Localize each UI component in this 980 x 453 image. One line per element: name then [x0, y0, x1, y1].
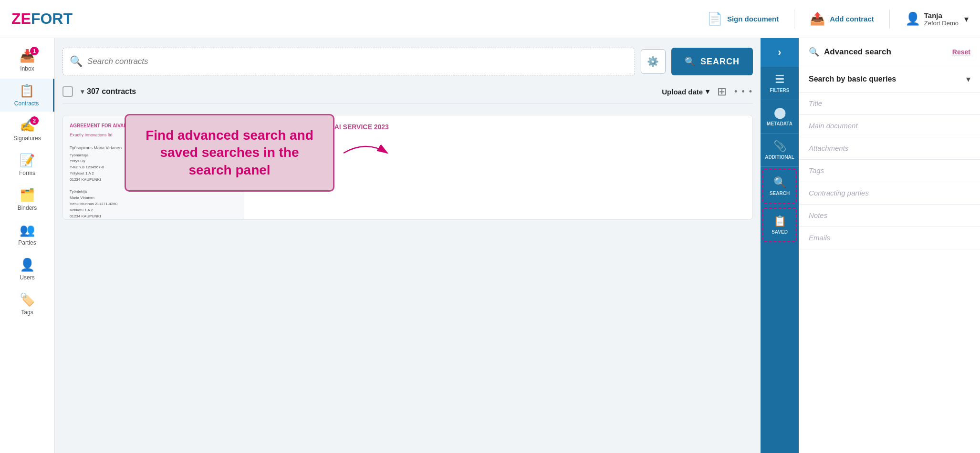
forms-icon: 📝 [20, 153, 35, 168]
sidebar-item-parties[interactable]: 👥 Parties [0, 218, 54, 251]
user-chevron-icon: ▾ [964, 14, 969, 24]
search-btn-label: SEARCH [700, 57, 740, 67]
sort-button[interactable]: Upload date ▾ [662, 87, 709, 96]
panel-expand-button[interactable]: › [761, 38, 799, 67]
inbox-badge: 1 [30, 47, 39, 55]
adv-search-title-label: Advanced search [824, 47, 891, 57]
search-button[interactable]: 🔍 SEARCH [671, 48, 753, 75]
sort-chevron-icon: ▾ [706, 87, 709, 96]
content-area: 🔍 ⚙️ 🔍 SEARCH ▾ 307 contracts Upload dat… [55, 38, 761, 453]
preview-line-11: 01234 KAUPUNKI [70, 214, 237, 219]
query-tags-label: Tags [809, 166, 824, 175]
panel-tab-additional[interactable]: 📎 ADDITIONAL [761, 134, 799, 167]
adv-search-title-row: 🔍 Advanced search [809, 47, 891, 57]
add-contract-label: Add contract [830, 15, 874, 23]
query-title-label: Title [809, 99, 822, 107]
select-all-checkbox[interactable] [63, 86, 73, 97]
header-divider-2 [889, 10, 890, 29]
sidebar-item-contracts[interactable]: 📋 Contracts [0, 79, 54, 112]
filter-icon: ⚙️ [647, 56, 659, 67]
query-attachments-label: Attachments [809, 144, 848, 152]
sidebar-item-inbox[interactable]: 📥 1 Inbox [0, 44, 54, 77]
panel-tab-search[interactable]: 🔍 SEARCH [762, 169, 797, 204]
sidebar-item-tags[interactable]: 🏷️ Tags [0, 288, 54, 320]
additional-icon: 📎 [773, 140, 786, 153]
query-field-tags[interactable]: Tags [799, 160, 980, 182]
header-actions: 📄 Sign document 📤 Add contract 👤 Tanja Z… [707, 10, 969, 29]
reset-link[interactable]: Reset [952, 48, 970, 56]
sidebar-item-label-users: Users [20, 274, 34, 281]
user-section[interactable]: 👤 Tanja Zefort Demo ▾ [905, 11, 969, 27]
add-contract-button[interactable]: 📤 Add contract [810, 11, 874, 26]
query-field-main-document[interactable]: Main document [799, 115, 980, 137]
query-field-attachments[interactable]: Attachments [799, 137, 980, 160]
user-avatar-icon: 👤 [905, 11, 920, 26]
filter-button[interactable]: ⚙️ [641, 49, 666, 74]
basic-queries-row[interactable]: Search by basic queries ▾ [799, 66, 980, 93]
additional-tab-label: ADDITIONAL [765, 154, 794, 160]
saved-tab-icon: 📋 [773, 215, 786, 227]
query-main-document-label: Main document [809, 122, 858, 130]
query-field-title[interactable]: Title [799, 93, 980, 115]
sidebar-item-label-binders: Binders [18, 205, 37, 211]
header: ZEFORT 📄 Sign document 📤 Add contract 👤 … [0, 0, 980, 38]
user-info: Tanja Zefort Demo [924, 11, 959, 27]
annotation-text: Find advanced search and saved searches … [139, 127, 320, 179]
adv-search-header: 🔍 Advanced search Reset [799, 38, 980, 66]
contracts-count: ▾ 307 contracts [81, 87, 136, 96]
logo-ze: ZE [11, 10, 31, 27]
add-contract-icon: 📤 [810, 11, 825, 26]
expand-icon: › [778, 46, 781, 59]
metadata-icon: ⬤ [774, 107, 786, 119]
signatures-badge: 2 [30, 116, 39, 125]
main-container: 📥 1 Inbox 📋 Contracts ✍️ 2 Signatures 📝 … [0, 38, 980, 453]
sidebar-item-signatures[interactable]: ✍️ 2 Signatures [0, 113, 54, 146]
adv-search-panel: 🔍 Advanced search Reset Search by basic … [799, 38, 980, 453]
sidebar-item-label-inbox: Inbox [20, 65, 34, 72]
basic-queries-label: Search by basic queries [809, 75, 896, 83]
annotation-arrow-svg [343, 144, 390, 163]
more-options-button[interactable]: • • • [734, 87, 753, 97]
panel-tab-filters[interactable]: ☰ FILTERS [761, 67, 799, 100]
user-org: Zefort Demo [924, 20, 959, 27]
filters-icon: ☰ [775, 73, 784, 86]
header-divider [794, 10, 794, 29]
search-tab-label: SEARCH [770, 191, 790, 196]
sidebar-item-users[interactable]: 👤 Users [0, 253, 54, 286]
tags-icon: 🏷️ [20, 292, 35, 307]
sidebar-item-binders[interactable]: 🗂️ Binders [0, 183, 54, 216]
search-tab-icon: 🔍 [773, 176, 786, 189]
search-icon: 🔍 [70, 55, 83, 68]
panel-tab-saved[interactable]: 📋 SAVED [762, 207, 797, 242]
right-panel: › ☰ FILTERS ⬤ METADATA 📎 ADDITIONAL 🔍 SE… [761, 38, 799, 453]
query-field-contracting-parties[interactable]: Contracting parties [799, 182, 980, 205]
panel-tab-metadata[interactable]: ⬤ METADATA [761, 100, 799, 134]
search-bar-row: 🔍 ⚙️ 🔍 SEARCH [63, 48, 753, 75]
basic-queries-chevron-icon: ▾ [966, 74, 970, 84]
preview-line-8: Maria Virtanen [70, 195, 237, 201]
count-chevron-icon: ▾ [81, 88, 84, 95]
adv-search-icon: 🔍 [809, 47, 819, 57]
search-input[interactable] [87, 57, 628, 66]
parties-icon: 👥 [20, 223, 35, 237]
query-field-notes[interactable]: Notes [799, 205, 980, 227]
list-toolbar: ▾ 307 contracts Upload date ▾ ⊞ • • • [63, 85, 753, 103]
contracts-icon: 📋 [19, 83, 34, 98]
sign-document-button[interactable]: 📄 Sign document [707, 11, 779, 26]
sidebar: 📥 1 Inbox 📋 Contracts ✍️ 2 Signatures 📝 … [0, 38, 55, 453]
metadata-tab-label: METADATA [767, 121, 792, 126]
logo: ZEFORT [11, 10, 73, 28]
signatures-icon: ✍️ 2 [20, 118, 35, 133]
filters-tab-label: FILTERS [770, 88, 790, 93]
grid-view-button[interactable]: ⊞ [717, 85, 727, 98]
user-name: Tanja [924, 11, 959, 20]
sort-label: Upload date [662, 88, 703, 96]
preview-line-10: Kotikatu 1 A 2 [70, 207, 237, 214]
sidebar-item-label-forms: Forms [19, 170, 35, 176]
query-field-emails[interactable]: Emails [799, 227, 980, 249]
overlay-container: Find advanced search and saved searches … [63, 109, 753, 453]
count-label: 307 contracts [87, 87, 136, 96]
sidebar-item-forms[interactable]: 📝 Forms [0, 148, 54, 181]
users-icon: 👤 [20, 257, 35, 272]
annotation-box: Find advanced search and saved searches … [125, 114, 334, 192]
